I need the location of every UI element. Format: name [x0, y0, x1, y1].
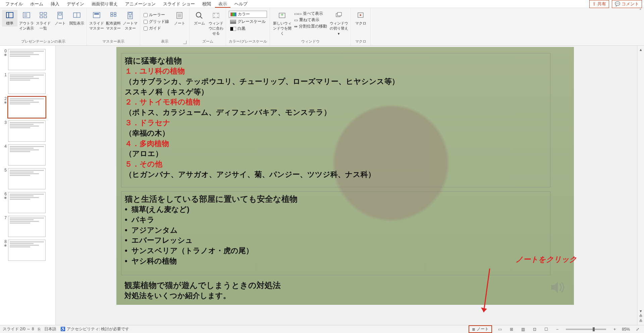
zoom-out-button[interactable]: −: [554, 326, 560, 332]
slide-thumbnail-8[interactable]: 8✱: [0, 238, 55, 262]
menu-animations[interactable]: アニメーション: [122, 0, 159, 8]
group-macros: マクロ マクロ: [351, 8, 371, 45]
arrange-all-button[interactable]: ▭▭並べて表示: [293, 11, 328, 16]
new-window-button[interactable]: ＋新しいウィンドウを開く: [272, 10, 292, 37]
notes-toggle-button[interactable]: ≣ノート: [469, 325, 492, 333]
ribbon: 標準 アウトライン表示 スライド一覧 ノート 閲覧表示 プレゼンテーションの表示…: [0, 8, 644, 46]
svg-rect-21: [129, 13, 131, 15]
svg-marker-36: [360, 14, 362, 16]
menu-home[interactable]: ホーム: [27, 0, 47, 8]
show-dialog-launcher[interactable]: [183, 41, 186, 44]
group-window: ＋新しいウィンドウを開く ▭▭並べて表示 ▭重ねて表示 ⇔分割位置の移動 ウィン…: [270, 8, 351, 45]
view-slideshow-button[interactable]: ⊡: [531, 326, 538, 332]
svg-rect-30: [213, 13, 219, 18]
bw-mode-button[interactable]: 白黒: [229, 26, 267, 32]
zoom-slider[interactable]: [566, 329, 606, 330]
share-button[interactable]: ⇪共有: [589, 0, 609, 8]
split-icon: ⇔: [294, 24, 298, 29]
slide-editor-area[interactable]: 猫に猛毒な植物 １．ユリ科の植物 （カサブランカ、テッポウユリ、チューリップ、ロ…: [56, 46, 637, 325]
menu-help[interactable]: ヘルプ: [231, 0, 251, 8]
svg-rect-16: [111, 12, 113, 14]
notes-page-button[interactable]: ノート: [52, 10, 68, 27]
comment-button[interactable]: 💬コメント: [612, 0, 642, 8]
macros-button[interactable]: マクロ: [353, 10, 368, 27]
outline-view-button[interactable]: アウトライン表示: [19, 10, 34, 32]
audio-icon[interactable]: [550, 281, 567, 295]
cascade-button[interactable]: ▭重ねて表示: [293, 17, 328, 23]
menu-review[interactable]: 校閲: [199, 0, 214, 8]
group-master-views: スライドマスター 配布資料マスター ノートマスター マスター表示: [87, 8, 140, 45]
svg-rect-0: [6, 12, 13, 18]
slide-thumbnail-5[interactable]: 5: [0, 167, 55, 191]
slide-thumbnail-6[interactable]: 6✱: [0, 191, 55, 215]
gridlines-checkbox[interactable]: グリッド線: [144, 19, 169, 25]
normal-view-button[interactable]: 標準: [2, 10, 17, 27]
prev-slide-button[interactable]: ≙: [639, 314, 643, 319]
menu-insert[interactable]: 挿入: [47, 0, 63, 8]
svg-point-28: [196, 12, 201, 17]
move-split-button[interactable]: ⇔分割位置の移動: [293, 23, 328, 29]
notes-master-button[interactable]: ノートマスター: [122, 10, 138, 32]
slide-thumbnail-3[interactable]: 3: [0, 119, 55, 143]
ruler-checkbox[interactable]: ルーラー: [144, 12, 169, 18]
group-color-grayscale: カラー グレースケール 白黒 カラー/グレースケール: [226, 8, 270, 45]
zoom-level[interactable]: 85%: [622, 327, 630, 332]
vertical-scrollbar[interactable]: ▴ ▾ ≙ ≚: [637, 46, 644, 325]
svg-rect-17: [114, 12, 116, 14]
svg-rect-14: [93, 12, 100, 18]
notes-pane-button[interactable]: ノート: [172, 10, 187, 27]
slide-thumbnail-2[interactable]: 2✱: [0, 95, 55, 119]
heading-safe: 猫と生活をしている部屋に置いても安全な植物: [125, 194, 547, 204]
slide-master-button[interactable]: スライドマスター: [89, 10, 104, 32]
text-box-toxic-plants[interactable]: 猫に猛毒な植物 １．ユリ科の植物 （カサブランカ、テッポウユリ、チューリップ、ロ…: [121, 53, 550, 187]
status-bar: スライド 2/0 ～ 8 ⎘ 日本語 ♿ アクセシビリティ: 検討が必要です ≣…: [0, 325, 644, 333]
zoom-button[interactable]: ズーム: [192, 10, 207, 27]
notes-icon: ≣: [472, 327, 475, 332]
fit-to-window-button[interactable]: ウィンドウに合わせる: [208, 10, 224, 37]
svg-rect-18: [111, 15, 113, 16]
text-box-safe-plants[interactable]: 猫と生活をしている部屋に置いても安全な植物 猫草(えん麦など)パキラアジアンタム…: [121, 191, 550, 275]
menu-file[interactable]: ファイル: [2, 0, 26, 8]
zoom-in-button[interactable]: +: [611, 326, 618, 332]
view-sorter-button[interactable]: ⊞: [508, 326, 515, 332]
view-reading-button[interactable]: ▥: [519, 326, 527, 332]
heading-toxic: 猫に猛毒な植物: [125, 55, 547, 66]
slide-thumbnails-panel[interactable]: 0✱12✱3456✱78✱: [0, 46, 56, 325]
slide-counter[interactable]: スライド 2/0 ～ 8: [3, 326, 34, 332]
menu-view[interactable]: 表示: [215, 0, 230, 8]
slide-thumbnail-1[interactable]: 1: [0, 72, 55, 95]
arrange-icon: ▭▭: [294, 11, 302, 16]
group-label-macros: マクロ: [353, 38, 368, 45]
handout-master-button[interactable]: 配布資料マスター: [106, 10, 121, 32]
scroll-up-button[interactable]: ▴: [640, 47, 642, 52]
slide-thumbnail-4[interactable]: 4: [0, 143, 55, 167]
view-normal-button[interactable]: ▭: [496, 326, 504, 332]
color-mode-button[interactable]: カラー: [229, 11, 267, 18]
menu-transitions[interactable]: 画面切り替え: [88, 0, 121, 8]
view-presenter-button[interactable]: ☐: [542, 326, 550, 332]
group-zoom: ズーム ウィンドウに合わせる ズーム: [190, 8, 226, 45]
svg-rect-20: [128, 12, 132, 19]
slide-thumbnail-7[interactable]: 7: [0, 215, 55, 238]
grayscale-mode-button[interactable]: グレースケール: [229, 18, 267, 25]
language-indicator[interactable]: 日本語: [44, 326, 56, 332]
slide-sorter-button[interactable]: スライド一覧: [36, 10, 51, 32]
slide-thumbnail-0[interactable]: 0✱: [0, 48, 55, 72]
svg-rect-6: [40, 12, 43, 14]
accessibility-check[interactable]: ♿ アクセシビリティ: 検討が必要です: [60, 326, 129, 332]
group-label-window: ウィンドウ: [272, 38, 348, 45]
menu-design[interactable]: デザイン: [63, 0, 88, 8]
comment-icon: 💬: [615, 1, 620, 6]
list-item: サンスベリア（トラノオ・虎の尾）: [125, 246, 547, 256]
menu-slideshow[interactable]: スライド ショー: [160, 0, 198, 8]
switch-windows-button[interactable]: ウィンドウの切り替え ▾: [329, 10, 348, 37]
guides-checkbox[interactable]: ガイド: [144, 26, 169, 31]
spellcheck-icon[interactable]: ⎘: [38, 327, 40, 332]
next-slide-button[interactable]: ≚: [639, 319, 643, 324]
svg-rect-8: [40, 16, 43, 18]
scroll-down-button[interactable]: ▾: [640, 308, 642, 314]
fit-slide-button[interactable]: ⤢: [634, 326, 641, 332]
share-icon: ⇪: [592, 1, 596, 6]
reading-view-button[interactable]: 閲覧表示: [69, 10, 85, 27]
collapse-ribbon-button[interactable]: ˄: [637, 8, 644, 45]
